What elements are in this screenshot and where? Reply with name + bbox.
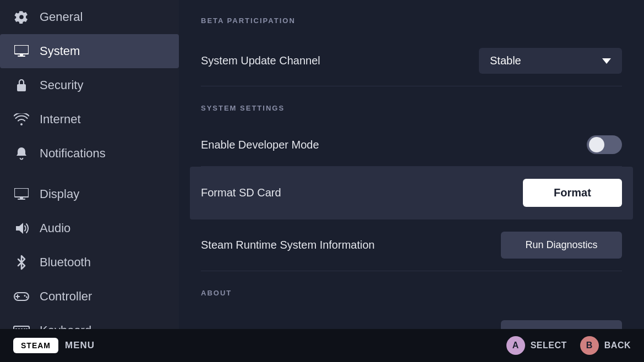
update-channel-dropdown[interactable]: Stable — [479, 48, 622, 74]
hostname-row: Hostname steamdeck — [201, 308, 622, 329]
svg-rect-5 — [20, 197, 23, 199]
svg-marker-7 — [16, 223, 23, 234]
svg-rect-1 — [20, 54, 23, 56]
bell-icon — [13, 145, 30, 162]
footer: STEAM MENU A SELECT B BACK — [0, 329, 644, 362]
run-diagnostics-button[interactable]: Run Diagnostics — [501, 232, 622, 259]
format-sd-row: Format SD Card Format — [190, 167, 633, 220]
svg-rect-4 — [14, 188, 29, 197]
sidebar-item-controller[interactable]: Controller — [0, 279, 179, 314]
update-channel-row: System Update Channel Stable — [201, 36, 622, 86]
sidebar-item-keyboard-label: Keyboard — [40, 323, 91, 329]
sidebar-item-system-label: System — [40, 44, 80, 58]
svg-rect-0 — [14, 45, 29, 54]
footer-left: STEAM MENU — [13, 338, 95, 353]
sidebar-item-keyboard[interactable]: Keyboard — [0, 314, 179, 329]
update-channel-label: System Update Channel — [201, 54, 320, 67]
beta-section-heading: BETA PARTICIPATION — [201, 17, 622, 25]
svg-point-11 — [24, 295, 26, 297]
sidebar-item-notifications[interactable]: Notifications — [0, 136, 179, 171]
gear-icon — [13, 9, 30, 25]
sidebar-item-security[interactable]: Security — [0, 68, 179, 102]
sidebar-item-general-label: General — [40, 10, 83, 24]
svg-rect-6 — [18, 199, 25, 200]
speaker-icon — [13, 220, 30, 237]
display-icon — [13, 43, 30, 59]
diagnostics-label: Steam Runtime System Information — [201, 239, 375, 251]
sidebar-item-notifications-label: Notifications — [40, 146, 106, 161]
toggle-knob — [589, 137, 604, 152]
monitor-icon — [13, 186, 30, 202]
sidebar-item-general[interactable]: General — [0, 0, 179, 34]
svg-rect-2 — [18, 56, 25, 57]
footer-menu-label: MENU — [65, 340, 95, 351]
system-settings-heading: SYSTEM SETTINGS — [201, 104, 622, 112]
sidebar-item-bluetooth-label: Bluetooth — [40, 255, 91, 270]
diagnostics-row: Steam Runtime System Information Run Dia… — [201, 220, 622, 271]
a-button[interactable]: A — [506, 336, 525, 355]
sidebar: General System Security — [0, 0, 179, 329]
sidebar-item-controller-label: Controller — [40, 289, 92, 304]
footer-back-action: B BACK — [580, 336, 631, 355]
developer-mode-label: Enable Developer Mode — [201, 139, 319, 151]
b-button[interactable]: B — [580, 336, 599, 355]
svg-point-12 — [26, 297, 28, 298]
keyboard-icon — [13, 322, 30, 329]
update-channel-value: Stable — [490, 54, 521, 67]
sidebar-item-internet-label: Internet — [40, 112, 81, 127]
format-sd-label: Format SD Card — [201, 187, 281, 199]
sidebar-item-system[interactable]: System — [0, 34, 179, 68]
footer-right: A SELECT B BACK — [506, 336, 631, 355]
main-container: General System Security — [0, 0, 644, 329]
bluetooth-icon — [13, 254, 30, 271]
svg-rect-3 — [17, 84, 26, 91]
format-button[interactable]: Format — [523, 179, 622, 207]
back-label: BACK — [604, 341, 631, 350]
sidebar-item-audio-label: Audio — [40, 221, 70, 235]
gamepad-icon — [13, 288, 30, 305]
sidebar-item-internet[interactable]: Internet — [0, 102, 179, 136]
content-area: BETA PARTICIPATION System Update Channel… — [179, 0, 644, 329]
steam-button[interactable]: STEAM — [13, 338, 58, 353]
wifi-icon — [13, 111, 30, 128]
lock-icon — [13, 77, 30, 94]
select-label: SELECT — [531, 341, 567, 350]
sidebar-item-display[interactable]: Display — [0, 177, 179, 211]
developer-mode-toggle[interactable] — [587, 135, 622, 154]
sidebar-item-audio[interactable]: Audio — [0, 211, 179, 245]
sidebar-item-display-label: Display — [40, 187, 79, 201]
sidebar-item-security-label: Security — [40, 78, 83, 92]
hostname-value[interactable]: steamdeck — [501, 320, 622, 329]
about-heading: ABOUT — [201, 289, 622, 297]
footer-select-action: A SELECT — [506, 336, 567, 355]
sidebar-item-bluetooth[interactable]: Bluetooth — [0, 245, 179, 279]
developer-mode-row: Enable Developer Mode — [201, 123, 622, 167]
chevron-down-icon — [602, 58, 611, 64]
